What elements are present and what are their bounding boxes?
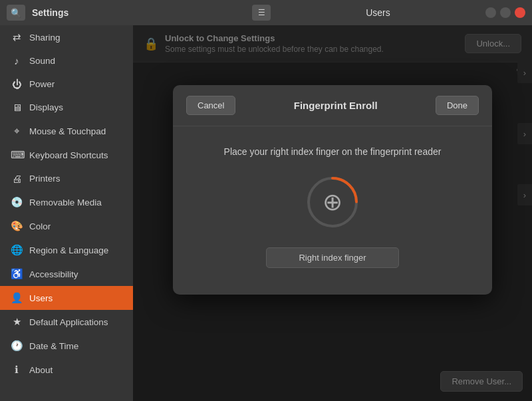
sidebar-label-removable-media: Removable Media (29, 198, 102, 207)
removable-media-icon: 💿 (11, 196, 23, 208)
sidebar-item-sound[interactable]: ♪Sound (0, 49, 133, 72)
fingerprint-graphic: ⊕ (306, 176, 359, 229)
sharing-icon: ⇄ (11, 31, 23, 43)
sidebar-item-color[interactable]: 🎨Color (0, 214, 133, 238)
sound-icon: ♪ (11, 55, 23, 67)
sidebar-item-default-applications[interactable]: ★Default Applications (0, 310, 133, 334)
sidebar-label-about: About (29, 365, 53, 375)
sidebar-item-keyboard-shortcuts[interactable]: ⌨Keyboard Shortcuts (0, 143, 133, 167)
sidebar-label-date-time: Date & Time (29, 341, 78, 351)
sidebar-label-region-language: Region & Language (29, 245, 108, 255)
modal-title: Fingerprint Enroll (242, 100, 428, 111)
close-button[interactable]: ✕ (515, 7, 525, 18)
content-area: 🔒 Unlock to Change Settings Some setting… (133, 25, 532, 401)
sidebar-label-displays: Displays (29, 102, 63, 112)
displays-icon: 🖥 (11, 102, 23, 113)
titlebar: 🔍 Settings ☰ Users – □ ✕ (0, 0, 532, 25)
power-icon: ⏻ (11, 78, 23, 90)
sidebar-label-accessibility: Accessibility (29, 269, 78, 279)
mouse-touchpad-icon: ⌖ (11, 125, 23, 137)
sidebar-label-default-applications: Default Applications (29, 317, 108, 327)
sidebar-item-printers[interactable]: 🖨Printers (0, 167, 133, 190)
sidebar-label-users: Users (29, 293, 53, 303)
sidebar-item-date-time[interactable]: 🕐Date & Time (0, 334, 133, 358)
sidebar-label-mouse-touchpad: Mouse & Touchpad (29, 126, 106, 136)
minimize-button[interactable]: – (485, 7, 496, 18)
modal-overlay: Cancel Fingerprint Enroll Done Place you… (133, 25, 532, 401)
window-controls: – □ ✕ (485, 7, 525, 18)
sidebar-label-keyboard-shortcuts: Keyboard Shortcuts (29, 150, 108, 160)
enroll-instruction: Place your right index finger on the fin… (224, 146, 442, 157)
about-icon: ℹ (11, 364, 23, 376)
sidebar-label-power: Power (29, 79, 55, 89)
sidebar: ⇄Sharing♪Sound⏻Power🖥Displays⌖Mouse & To… (0, 25, 133, 401)
modal-header: Cancel Fingerprint Enroll Done (173, 85, 492, 126)
sidebar-item-mouse-touchpad[interactable]: ⌖Mouse & Touchpad (0, 119, 133, 143)
app-title: Settings (32, 7, 247, 18)
accessibility-icon: ♿ (11, 268, 23, 280)
users-icon: 👤 (11, 292, 23, 304)
fingerprint-enroll-dialog: Cancel Fingerprint Enroll Done Place you… (173, 85, 492, 295)
sidebar-label-color: Color (29, 221, 51, 231)
color-icon: 🎨 (11, 220, 23, 232)
done-button[interactable]: Done (436, 96, 479, 115)
printers-icon: 🖨 (11, 173, 23, 184)
sidebar-item-power[interactable]: ⏻Power (0, 72, 133, 96)
default-applications-icon: ★ (11, 316, 23, 328)
menu-button[interactable]: ☰ (252, 5, 271, 21)
modal-body: Place your right index finger on the fin… (173, 126, 492, 295)
sidebar-label-sound: Sound (29, 56, 55, 66)
sidebar-item-sharing[interactable]: ⇄Sharing (0, 25, 133, 49)
fingerprint-icon: ⊕ (323, 188, 342, 216)
sidebar-item-displays[interactable]: 🖥Displays (0, 96, 133, 119)
sidebar-item-region-language[interactable]: 🌐Region & Language (0, 238, 133, 262)
search-button[interactable]: 🔍 (7, 5, 25, 21)
window-title: Users (271, 7, 485, 18)
maximize-button[interactable]: □ (500, 7, 511, 18)
sidebar-item-accessibility[interactable]: ♿Accessibility (0, 262, 133, 286)
region-language-icon: 🌐 (11, 244, 23, 256)
cancel-button[interactable]: Cancel (186, 96, 235, 115)
sidebar-item-users[interactable]: 👤Users (0, 286, 133, 310)
main-layout: ⇄Sharing♪Sound⏻Power🖥Displays⌖Mouse & To… (0, 25, 532, 401)
sidebar-label-printers: Printers (29, 174, 61, 184)
keyboard-shortcuts-icon: ⌨ (11, 149, 23, 161)
sidebar-label-sharing: Sharing (29, 33, 61, 43)
sidebar-item-about[interactable]: ℹAbout (0, 358, 133, 382)
finger-label-input[interactable] (266, 247, 399, 268)
date-time-icon: 🕐 (11, 340, 23, 352)
sidebar-item-removable-media[interactable]: 💿Removable Media (0, 190, 133, 214)
